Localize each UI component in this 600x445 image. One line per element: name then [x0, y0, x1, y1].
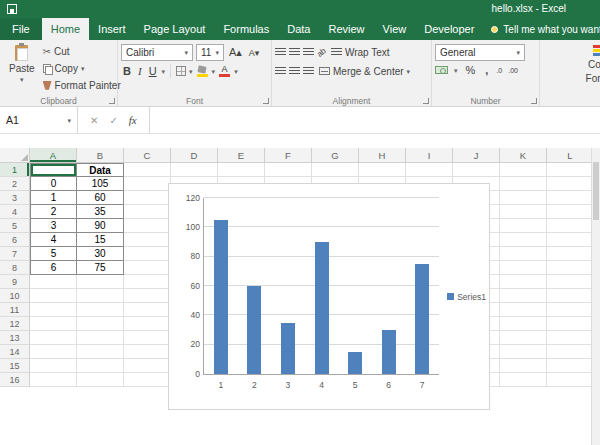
italic-button[interactable]: I [136, 65, 144, 77]
save-icon[interactable] [7, 4, 17, 14]
cell-B7[interactable]: 30 [77, 247, 124, 261]
row-header-6[interactable]: 6 [0, 233, 30, 247]
cell-C1[interactable] [124, 163, 171, 177]
cell-A2[interactable]: 0 [30, 177, 77, 191]
align-left-icon[interactable] [275, 67, 286, 75]
paste-button[interactable]: Paste ▾ [3, 43, 41, 93]
cell-K8[interactable] [500, 261, 547, 275]
cell-B15[interactable] [77, 359, 124, 373]
cell-K15[interactable] [500, 359, 547, 373]
number-format-select[interactable]: General ▾ [435, 44, 525, 61]
cell-B1[interactable]: Data [77, 163, 124, 177]
formula-input[interactable] [150, 107, 600, 133]
cell-K16[interactable] [500, 373, 547, 387]
row-header-16[interactable]: 16 [0, 373, 30, 387]
column-header-J[interactable]: J [453, 148, 500, 163]
accounting-format-icon[interactable] [435, 66, 448, 74]
column-header-B[interactable]: B [77, 148, 124, 163]
tab-data[interactable]: Data [278, 18, 319, 40]
name-box[interactable]: A1 ▾ [0, 107, 78, 133]
enter-icon[interactable]: ✓ [109, 115, 117, 126]
format-painter-button[interactable]: Format Painter [41, 77, 123, 93]
tab-file[interactable]: File [0, 18, 42, 40]
wrap-text-button[interactable]: Wrap Text [329, 44, 392, 60]
percent-style-button[interactable]: % [464, 64, 478, 76]
tab-page-layout[interactable]: Page Layout [135, 18, 215, 40]
row-header-2[interactable]: 2 [0, 177, 30, 191]
cell-K7[interactable] [500, 247, 547, 261]
conditional-formatting-button[interactable]: Cond Forma [543, 43, 600, 87]
cell-B8[interactable]: 75 [77, 261, 124, 275]
cell-L7[interactable] [547, 247, 594, 261]
cell-F1[interactable] [265, 163, 312, 177]
cell-K6[interactable] [500, 233, 547, 247]
tab-formulas[interactable]: Formulas [214, 18, 278, 40]
row-header-1[interactable]: 1 [0, 163, 30, 177]
select-all-corner[interactable] [0, 148, 30, 163]
cell-C12[interactable] [124, 317, 171, 331]
cell-A3[interactable]: 1 [30, 191, 77, 205]
cell-C2[interactable] [124, 177, 171, 191]
font-size-select[interactable]: 11 ▾ [196, 44, 224, 61]
cell-L6[interactable] [547, 233, 594, 247]
chart[interactable]: 0204060801001201234567 Series1 [168, 183, 490, 410]
chevron-down-icon[interactable]: ▾ [162, 68, 166, 75]
dialog-launcher-icon[interactable] [263, 98, 269, 104]
cell-K10[interactable] [500, 289, 547, 303]
cell-L8[interactable] [547, 261, 594, 275]
cell-C4[interactable] [124, 205, 171, 219]
scrollbar-thumb[interactable] [593, 162, 599, 220]
cut-button[interactable]: ✂ Cut [41, 44, 123, 60]
row-header-13[interactable]: 13 [0, 331, 30, 345]
vertical-scrollbar[interactable] [591, 148, 600, 445]
cell-K4[interactable] [500, 205, 547, 219]
cell-A5[interactable]: 3 [30, 219, 77, 233]
cell-A9[interactable] [30, 275, 77, 289]
comma-style-button[interactable]: , [483, 64, 490, 76]
increase-decimal-button[interactable]: .0 [496, 67, 502, 74]
cell-L4[interactable] [547, 205, 594, 219]
cell-A6[interactable]: 4 [30, 233, 77, 247]
cancel-icon[interactable]: ✕ [90, 115, 98, 126]
cell-E1[interactable] [218, 163, 265, 177]
cell-C7[interactable] [124, 247, 171, 261]
cell-L15[interactable] [547, 359, 594, 373]
cell-L14[interactable] [547, 345, 594, 359]
cell-D1[interactable] [171, 163, 218, 177]
cell-I1[interactable] [406, 163, 453, 177]
cell-C16[interactable] [124, 373, 171, 387]
column-header-L[interactable]: L [547, 148, 594, 163]
cell-B9[interactable] [77, 275, 124, 289]
cell-L5[interactable] [547, 219, 594, 233]
cell-A13[interactable] [30, 331, 77, 345]
cell-L2[interactable] [547, 177, 594, 191]
row-header-7[interactable]: 7 [0, 247, 30, 261]
align-middle-icon[interactable] [289, 48, 300, 56]
cell-A14[interactable] [30, 345, 77, 359]
cell-C8[interactable] [124, 261, 171, 275]
bold-button[interactable]: B [121, 65, 133, 77]
row-header-15[interactable]: 15 [0, 359, 30, 373]
borders-icon[interactable] [176, 66, 186, 76]
cell-B13[interactable] [77, 331, 124, 345]
cell-C6[interactable] [124, 233, 171, 247]
cell-B10[interactable] [77, 289, 124, 303]
cell-B3[interactable]: 60 [77, 191, 124, 205]
column-header-C[interactable]: C [124, 148, 171, 163]
column-header-H[interactable]: H [359, 148, 406, 163]
cell-K14[interactable] [500, 345, 547, 359]
cell-L12[interactable] [547, 317, 594, 331]
cell-L1[interactable] [547, 163, 594, 177]
align-bottom-icon[interactable] [303, 48, 314, 56]
cell-A1[interactable] [30, 163, 77, 177]
align-right-icon[interactable] [303, 67, 314, 75]
cell-K13[interactable] [500, 331, 547, 345]
cell-B14[interactable] [77, 345, 124, 359]
cell-K5[interactable] [500, 219, 547, 233]
column-header-I[interactable]: I [406, 148, 453, 163]
row-header-12[interactable]: 12 [0, 317, 30, 331]
cell-A8[interactable]: 6 [30, 261, 77, 275]
column-header-E[interactable]: E [218, 148, 265, 163]
dialog-launcher-icon[interactable] [531, 98, 537, 104]
cell-L3[interactable] [547, 191, 594, 205]
